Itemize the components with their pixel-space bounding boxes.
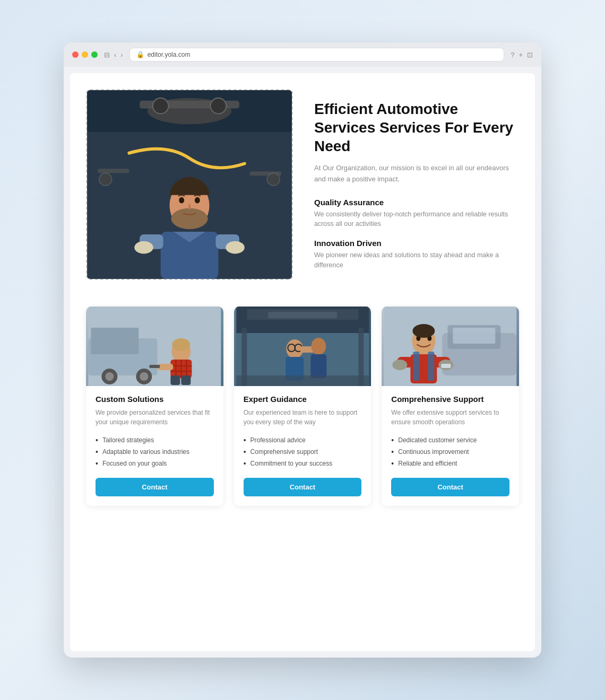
svg-point-7 [171,208,208,230]
card-3-list-item-2: Continuous improvement [391,446,509,458]
svg-point-5 [211,98,227,114]
svg-rect-53 [236,375,369,386]
card-1-contact-button[interactable]: Contact [96,478,214,496]
svg-point-37 [172,338,190,351]
browser-action-icons: ? + ⊡ [511,51,533,59]
traffic-light-close[interactable] [72,51,79,58]
svg-rect-69 [442,364,451,368]
card-3-body: Comprehensive Support We offer extensive… [382,386,519,506]
card-2-list: Professional advice Comprehensive suppor… [244,434,362,469]
card-3-title: Comprehensive Support [391,395,509,404]
card-custom-solutions: Custom Solutions We provide personalized… [86,307,223,506]
svg-point-13 [134,241,153,254]
card-3-image [382,307,519,386]
svg-rect-63 [413,352,420,381]
svg-rect-57 [453,328,496,344]
card-1-list-item-3: Focused on your goals [96,458,214,469]
card-1-image [86,307,223,386]
card-1-title: Custom Solutions [96,395,214,404]
add-tab-icon[interactable]: + [518,51,523,59]
card-2-image [234,307,371,386]
browser-window: ⊟ ‹ › 🔒 editor.yola.com ? + ⊡ [64,42,541,658]
page-content: Efficient Automotive Services Services F… [70,73,535,651]
card-2-title: Expert Guidance [244,395,362,404]
svg-rect-51 [310,354,326,378]
svg-point-9 [195,197,200,204]
hero-subtitle: At Our Organization, our mission is to e… [314,163,519,185]
card-expert-guidance: Expert Guidance Our experienced team is … [234,307,371,506]
svg-rect-15 [98,169,129,173]
feature-innovation: Innovation Driven We pioneer new ideas a… [314,239,519,270]
lock-icon: 🔒 [136,51,144,58]
card-2-list-item-3: Commitment to your success [244,458,362,469]
svg-point-14 [226,241,245,254]
card-3-contact-button[interactable]: Contact [391,478,509,496]
card-comprehensive-support: Comprehensive Support We offer extensive… [382,307,519,506]
feature-quality: Quality Assurance We consistently delive… [314,198,519,230]
card-2-contact-button[interactable]: Contact [244,478,362,496]
traffic-lights [72,51,98,58]
card-3-img-placeholder [382,307,519,386]
hero-image [87,90,292,279]
feature-quality-title: Quality Assurance [314,198,519,207]
svg-point-17 [99,173,112,186]
help-icon[interactable]: ? [511,51,514,59]
svg-rect-41 [268,312,337,318]
hero-text: Efficient Automotive Services Services F… [314,89,519,280]
sidebar-toggle-icon[interactable]: ⊟ [104,51,110,59]
card-3-list-item-3: Reliable and efficient [391,458,509,469]
feature-quality-desc: We consistently deliver top-notch perfor… [314,209,519,230]
card-2-img-placeholder [234,307,371,386]
cards-section: Custom Solutions We provide personalized… [86,307,519,506]
address-bar[interactable]: 🔒 editor.yola.com [129,48,504,62]
card-3-list-item-1: Dedicated customer service [391,434,509,446]
hero-title: Efficient Automotive Services Services F… [314,100,519,155]
browser-chrome: ⊟ ‹ › 🔒 editor.yola.com ? + ⊡ [64,42,541,67]
svg-rect-34 [149,365,160,368]
feature-innovation-title: Innovation Driven [314,239,519,248]
card-1-desc: We provide personalized services that fi… [96,408,214,427]
card-2-list-item-2: Comprehensive support [244,446,362,458]
svg-point-25 [140,372,148,381]
hero-image-container [86,89,293,280]
svg-point-67 [393,360,408,370]
card-3-list: Dedicated customer service Continuous im… [391,434,509,469]
card-2-list-item-1: Professional advice [244,434,362,446]
hero-section: Efficient Automotive Services Services F… [86,89,519,280]
card-1-img-placeholder [86,307,223,386]
card-1-body: Custom Solutions We provide personalized… [86,386,223,506]
svg-point-4 [153,98,169,114]
traffic-light-minimize[interactable] [82,51,88,58]
card-1-list-item-2: Adaptable to various industries [96,446,214,458]
svg-point-23 [105,372,114,381]
url-text: editor.yola.com [148,51,191,58]
svg-rect-21 [91,328,139,354]
browser-nav-icons: ⊟ ‹ › [104,51,123,59]
svg-rect-64 [428,352,435,381]
card-3-desc: We offer extensive support services to e… [391,408,509,427]
extensions-icon[interactable]: ⊡ [527,51,533,59]
svg-point-61 [413,324,435,338]
traffic-light-fullscreen[interactable] [91,51,98,58]
card-1-list: Tailored strategies Adaptable to various… [96,434,214,469]
svg-rect-36 [181,375,191,385]
forward-icon[interactable]: › [120,51,123,59]
svg-rect-35 [170,375,180,385]
card-2-body: Expert Guidance Our experienced team is … [234,386,371,506]
svg-point-18 [267,173,280,186]
card-1-list-item-1: Tailored strategies [96,434,214,446]
svg-rect-52 [316,338,322,352]
svg-point-8 [179,197,184,204]
back-icon[interactable]: ‹ [114,51,116,59]
card-2-desc: Our experienced team is here to support … [244,408,362,427]
feature-innovation-desc: We pioneer new ideas and solutions to st… [314,250,519,270]
